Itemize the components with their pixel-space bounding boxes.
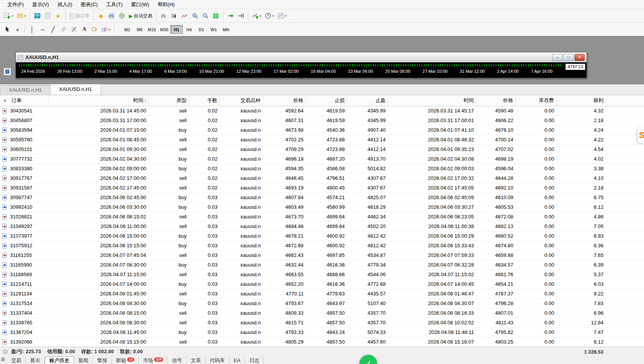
table-row[interactable]: 311612552026.04.07 07:45:04sell0.03xauus… — [0, 250, 644, 260]
table-row[interactable]: 309177672026.04.02 17:00:00sell0.02xauus… — [0, 173, 644, 183]
periods-button[interactable]: ▾ — [263, 11, 276, 21]
table-row[interactable]: 304305412026.03.31 14:45:00sell0.02xauus… — [0, 106, 644, 116]
menu-item[interactable]: 显示(V) — [28, 0, 53, 9]
menu-item[interactable]: 帮助(H) — [153, 0, 179, 9]
label-tool-button[interactable] — [89, 24, 100, 35]
chart-tab[interactable]: XAUUSD.n,H1 — [50, 84, 101, 95]
timeframe-mn[interactable]: MN — [220, 25, 232, 34]
timeframe-h1[interactable]: H1 — [170, 25, 183, 34]
table-row[interactable]: 310759122026.04.06 15:15:00buy0.03xauusd… — [0, 241, 644, 250]
bar-chart-button[interactable] — [158, 11, 169, 21]
chart-tab[interactable]: XAUUSD.n,H1 — [0, 85, 51, 95]
column-header-swap[interactable]: 库存费 — [516, 95, 556, 106]
timeframe-w1[interactable]: W1 — [207, 25, 220, 34]
table-row[interactable]: 310739772026.04.06 15:00:00buy0.03xauusd… — [0, 231, 644, 241]
timeframe-d1[interactable]: D1 — [195, 25, 207, 34]
indicators-button[interactable]: ▾ — [250, 11, 263, 21]
table-row[interactable]: 313672042026.04.08 11:45:00buy0.03xauusd… — [0, 327, 644, 337]
timeframe-m5[interactable]: M5 — [133, 25, 146, 34]
table-row[interactable]: 312911342026.04.08 01:45:00sell0.03xauus… — [0, 289, 644, 299]
horizontal-line-button[interactable]: ─ — [37, 24, 48, 35]
shapes-button[interactable]: ▾ — [100, 24, 112, 35]
floating-signal-widget[interactable]: S — [637, 127, 644, 143]
table-row[interactable]: 313387652026.04.08 08:30:00sell0.03xauus… — [0, 318, 644, 327]
column-header-close_time[interactable]: 时间 — [388, 95, 476, 106]
menu-item[interactable]: 图表(C) — [76, 0, 102, 9]
fibonacci-button[interactable] — [69, 24, 79, 35]
bottom-tab-alerts[interactable]: 警报 — [93, 356, 112, 364]
bottom-tab-market[interactable]: 市场129 — [139, 356, 168, 364]
column-header-sl[interactable]: 止损 — [306, 95, 347, 106]
table-row[interactable]: 311659902026.04.07 08:30:00buy0.03xauusd… — [0, 260, 644, 270]
column-header-close_price[interactable]: 价格 — [476, 95, 516, 106]
table-row[interactable]: 308333802026.04.02 09:00:00buy0.02xauusd… — [0, 164, 644, 173]
column-header-open_price[interactable]: 价格 — [263, 95, 306, 106]
trendline-button[interactable]: ╱ — [48, 24, 58, 35]
table-row[interactable]: 310492972026.04.06 11:00:00sell0.03xauus… — [0, 221, 644, 231]
close-button[interactable]: × — [575, 54, 585, 61]
profiles-button[interactable]: ▾ — [15, 11, 28, 21]
community-button[interactable] — [116, 11, 127, 21]
docked-tab-label[interactable]: 源 — [1, 357, 5, 362]
table-row[interactable]: 305957602026.04.01 08:45:00sell0.02xauus… — [0, 135, 644, 144]
column-header-profit[interactable]: 获利 — [556, 95, 644, 106]
restore-button[interactable]: □ — [563, 54, 573, 61]
table-row[interactable]: 313374042026.04.08 08:15:00sell0.03xauus… — [0, 308, 644, 318]
market-watch-button[interactable] — [32, 11, 42, 21]
auto-scroll-button[interactable] — [225, 11, 236, 21]
bottom-tab-exposure[interactable]: 展示 — [26, 356, 45, 364]
bottom-tab-trade[interactable]: 交易 — [7, 356, 26, 364]
vertical-line-button[interactable]: │ — [27, 24, 37, 35]
new-chart-button[interactable]: ▾ — [2, 11, 15, 21]
table-row[interactable]: 306051012026.04.01 09:30:00sell0.02xauus… — [0, 144, 644, 154]
new-order-button[interactable]: 新订单 — [67, 11, 91, 21]
navigator-button[interactable]: ★ — [53, 11, 63, 21]
column-header-type[interactable]: 类型 — [148, 95, 189, 106]
bottom-tab-code-base[interactable]: 代码库 — [206, 356, 229, 364]
bottom-tab-signals[interactable]: 信号 — [168, 356, 187, 364]
timeframe-h4[interactable]: H4 — [183, 25, 195, 34]
column-header-open_time[interactable]: 时间/ — [48, 95, 148, 106]
column-header-tp[interactable]: 止盈 — [347, 95, 388, 106]
candlestick-button[interactable] — [169, 11, 179, 21]
channel-button[interactable] — [58, 24, 69, 35]
table-row[interactable]: 312147112026.04.07 14:00:00buy0.03xauusd… — [0, 279, 644, 289]
data-window-button[interactable] — [42, 11, 53, 21]
zoom-out-button[interactable] — [200, 11, 211, 21]
timeframe-m15[interactable]: M15 — [146, 25, 158, 34]
chart-window-titlebar[interactable]: XAUUSD.n,H1 – □ × — [16, 52, 587, 62]
table-row[interactable]: 311885692026.04.07 11:15:00sell0.03xauus… — [0, 270, 644, 279]
menu-item[interactable]: 窗口(W) — [127, 0, 153, 9]
table-row[interactable]: 309877472026.04.06 02:45:00buy0.03xauusd… — [0, 193, 644, 202]
table-row[interactable]: 307777322026.04.02 04:30:00buy0.02xauusd… — [0, 154, 644, 164]
tile-windows-button[interactable] — [211, 11, 221, 21]
panel-close-button[interactable]: × — [2, 98, 8, 104]
crosshair-button[interactable]: + — [12, 24, 23, 35]
docked-window-button[interactable] — [3, 68, 11, 75]
metaeditor-button[interactable]: ◆ — [96, 11, 106, 21]
table-row[interactable]: 309315872026.04.02 17:45:00sell0.02xauus… — [0, 183, 644, 193]
bottom-tab-news[interactable]: 新闻 — [74, 356, 93, 364]
autotrading-button[interactable]: ▶ 自动交易 — [127, 11, 154, 21]
line-chart-button[interactable] — [179, 11, 190, 21]
table-row[interactable]: 313920682026.04.08 15:15:00sell0.03xauus… — [0, 337, 644, 347]
cursor-button[interactable] — [2, 24, 12, 35]
table-row[interactable]: 304568072026.03.31 17:00:00sell0.02xauus… — [0, 116, 644, 125]
timeframe-m30[interactable]: M30 — [158, 25, 170, 34]
column-header-lots[interactable]: 手数 — [189, 95, 220, 106]
menu-item[interactable]: 文件(F) — [3, 0, 28, 9]
zoom-in-button[interactable] — [190, 11, 200, 21]
bottom-tab-ea[interactable]: EA — [229, 356, 245, 364]
bottom-tab-mailbox[interactable]: 邮箱13 — [112, 356, 139, 364]
text-tool-button[interactable]: A — [79, 24, 89, 35]
bottom-tab-account-history[interactable]: 账户历史 — [45, 356, 74, 364]
chart-shift-button[interactable] — [236, 11, 246, 21]
table-row[interactable]: 309924102026.04.06 03:30:00buy0.03xauusd… — [0, 202, 644, 212]
chart-area[interactable]: 24 Feb 202626 Feb 13:002 Mar 15:004 Mar … — [16, 62, 587, 78]
bottom-tab-articles[interactable]: 文章 — [187, 356, 206, 364]
table-row[interactable]: 305835942026.04.01 07:15:00buy0.02xauusd… — [0, 125, 644, 135]
menu-item[interactable]: 工具(T) — [102, 0, 127, 9]
timeframe-m1[interactable]: M1 — [121, 25, 133, 34]
strategy-tester-button[interactable] — [106, 11, 116, 21]
table-row[interactable]: 313175142026.04.08 04:30:00buy0.03xauusd… — [0, 299, 644, 308]
